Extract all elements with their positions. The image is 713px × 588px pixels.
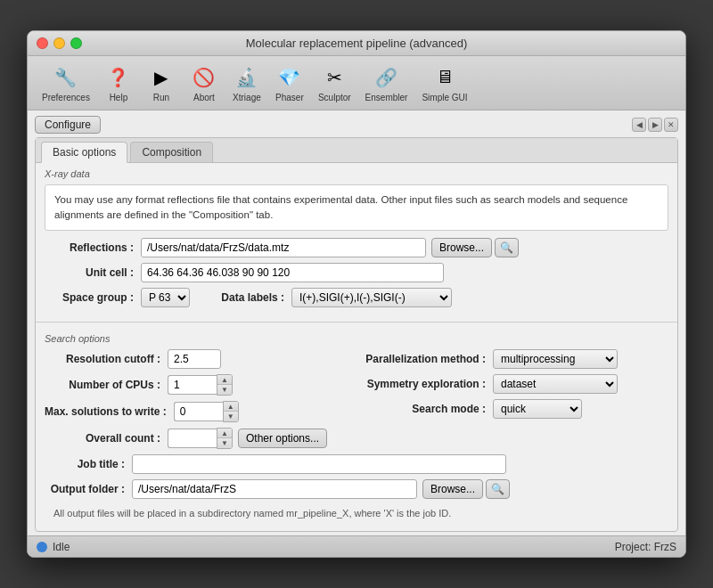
data-labels-select[interactable]: I(+),SIGI(+),I(-),SIGI(-) bbox=[291, 288, 452, 307]
max-solutions-label: Max. solutions to write : bbox=[45, 405, 167, 418]
project-label: Project: FrzS bbox=[615, 541, 676, 553]
window-title: Molecular replacement pipeline (advanced… bbox=[246, 37, 468, 50]
simple-gui-icon: 🖥 bbox=[430, 63, 459, 92]
reflections-browse-button[interactable]: Browse... bbox=[431, 238, 492, 257]
parallelization-select[interactable]: multiprocessing bbox=[493, 349, 618, 369]
phaser-icon: 💎 bbox=[275, 63, 304, 92]
output-note: All output files will be placed in a sub… bbox=[45, 504, 668, 526]
overall-count-up[interactable]: ▲ bbox=[217, 429, 232, 438]
output-folder-search-icon[interactable]: 🔍 bbox=[486, 479, 510, 499]
other-options-button[interactable]: Other options... bbox=[238, 429, 327, 448]
preferences-label: Preferences bbox=[42, 93, 90, 102]
ensembler-label: Ensembler bbox=[365, 93, 408, 102]
max-solutions-up[interactable]: ▲ bbox=[224, 402, 238, 412]
configure-button[interactable]: Configure bbox=[35, 116, 101, 134]
space-group-label: Space group : bbox=[45, 291, 134, 304]
num-cpus-spinner-btns: ▲ ▼ bbox=[217, 374, 233, 396]
num-cpus-spinner: ▲ ▼ bbox=[168, 374, 233, 396]
max-solutions-spinner: ▲ ▼ bbox=[174, 401, 239, 422]
resolution-row: Resolution cutoff : bbox=[45, 349, 352, 369]
ensembler-tool[interactable]: 🔗 Ensembler bbox=[360, 61, 414, 104]
search-section-label: Search options bbox=[45, 333, 668, 344]
max-solutions-input[interactable] bbox=[174, 402, 223, 421]
sculptor-tool[interactable]: ✂ Sculptor bbox=[313, 61, 356, 104]
abort-icon: 🚫 bbox=[190, 63, 218, 92]
reflections-row: Reflections : Browse... 🔍 bbox=[45, 238, 668, 257]
job-title-label: Job title : bbox=[45, 458, 125, 470]
xray-section: X-ray data You may use any format reflec… bbox=[36, 163, 677, 319]
parallelization-label: Parallelization method : bbox=[361, 353, 486, 365]
overall-count-spinner: ▲ ▼ bbox=[168, 428, 233, 449]
configure-bar: Configure ◀ ▶ ✕ bbox=[35, 116, 678, 134]
overall-count-label: Overall count : bbox=[45, 432, 160, 445]
run-label: Run bbox=[153, 93, 169, 102]
nav-close[interactable]: ✕ bbox=[664, 118, 678, 132]
space-group-select[interactable]: P 63 bbox=[141, 288, 190, 307]
xray-info-box: You may use any format reflections file … bbox=[45, 184, 668, 232]
reflections-input[interactable] bbox=[141, 238, 426, 257]
job-title-row: Job title : bbox=[45, 454, 668, 474]
parallelization-row: Parallelization method : multiprocessing bbox=[361, 349, 668, 369]
run-icon: ▶ bbox=[147, 63, 176, 92]
overall-count-spinner-btns: ▲ ▼ bbox=[217, 428, 233, 449]
phaser-tool[interactable]: 💎 Phaser bbox=[270, 61, 309, 104]
symmetry-select[interactable]: dataset bbox=[493, 374, 618, 394]
simple-gui-label: Simple GUI bbox=[422, 93, 467, 102]
num-cpus-input[interactable] bbox=[168, 375, 217, 395]
search-mode-row: Search mode : quick bbox=[361, 399, 668, 419]
status-indicator bbox=[37, 542, 47, 552]
unit-cell-input[interactable] bbox=[141, 263, 444, 282]
traffic-lights bbox=[37, 37, 82, 49]
output-folder-label: Output folder : bbox=[45, 483, 125, 495]
title-bar: Molecular replacement pipeline (advanced… bbox=[28, 31, 685, 56]
run-tool[interactable]: ▶ Run bbox=[142, 61, 181, 104]
xtriage-icon: 🔬 bbox=[233, 63, 261, 92]
nav-prev[interactable]: ◀ bbox=[632, 118, 646, 132]
preferences-icon: 🔧 bbox=[52, 63, 80, 92]
resolution-input[interactable] bbox=[168, 349, 221, 369]
num-cpus-up[interactable]: ▲ bbox=[217, 375, 232, 385]
section-divider bbox=[36, 322, 677, 323]
minimize-button[interactable] bbox=[53, 37, 65, 49]
preferences-tool[interactable]: 🔧 Preferences bbox=[37, 61, 95, 104]
search-mode-select[interactable]: quick bbox=[493, 399, 582, 419]
help-label: Help bbox=[110, 93, 128, 102]
tab-bar: Basic options Composition bbox=[36, 138, 677, 163]
simple-gui-tool[interactable]: 🖥 Simple GUI bbox=[416, 61, 472, 104]
output-folder-browse-button[interactable]: Browse... bbox=[422, 479, 483, 499]
sculptor-label: Sculptor bbox=[318, 93, 351, 102]
job-title-input[interactable] bbox=[132, 454, 506, 474]
search-right-col: Parallelization method : multiprocessing… bbox=[361, 349, 668, 454]
max-solutions-row: Max. solutions to write : ▲ ▼ bbox=[45, 401, 352, 422]
tab-composition[interactable]: Composition bbox=[130, 142, 213, 162]
reflections-search-icon[interactable]: 🔍 bbox=[495, 238, 519, 257]
close-button[interactable] bbox=[37, 37, 48, 49]
num-cpus-row: Number of CPUs : ▲ ▼ bbox=[45, 374, 352, 396]
space-group-row: Space group : P 63 Data labels : I(+),SI… bbox=[45, 288, 668, 307]
help-icon: ❓ bbox=[104, 63, 133, 92]
tab-basic-options[interactable]: Basic options bbox=[41, 142, 127, 163]
xray-section-label: X-ray data bbox=[45, 168, 668, 179]
num-cpus-label: Number of CPUs : bbox=[45, 379, 160, 391]
abort-tool[interactable]: 🚫 Abort bbox=[184, 61, 224, 104]
nav-next[interactable]: ▶ bbox=[648, 118, 662, 132]
xtriage-label: Xtriage bbox=[233, 93, 261, 102]
resolution-label: Resolution cutoff : bbox=[45, 353, 160, 365]
sculptor-icon: ✂ bbox=[320, 63, 348, 92]
num-cpus-down[interactable]: ▼ bbox=[217, 385, 232, 395]
search-mode-label: Search mode : bbox=[361, 403, 486, 415]
xtriage-tool[interactable]: 🔬 Xtriage bbox=[227, 61, 266, 104]
max-solutions-spinner-btns: ▲ ▼ bbox=[223, 401, 239, 422]
max-solutions-down[interactable]: ▼ bbox=[224, 412, 238, 421]
phaser-label: Phaser bbox=[275, 93, 304, 102]
overall-count-down[interactable]: ▼ bbox=[217, 438, 232, 448]
unit-cell-label: Unit cell : bbox=[45, 266, 134, 279]
maximize-button[interactable] bbox=[70, 37, 82, 49]
main-content: Basic options Composition X-ray data You… bbox=[35, 137, 678, 533]
help-tool[interactable]: ❓ Help bbox=[99, 61, 138, 104]
data-labels-label: Data labels : bbox=[204, 291, 284, 304]
output-folder-input[interactable] bbox=[132, 479, 417, 499]
reflections-label: Reflections : bbox=[45, 241, 134, 254]
overall-count-input[interactable] bbox=[168, 429, 217, 448]
search-left-col: Resolution cutoff : Number of CPUs : ▲ ▼ bbox=[45, 349, 352, 454]
